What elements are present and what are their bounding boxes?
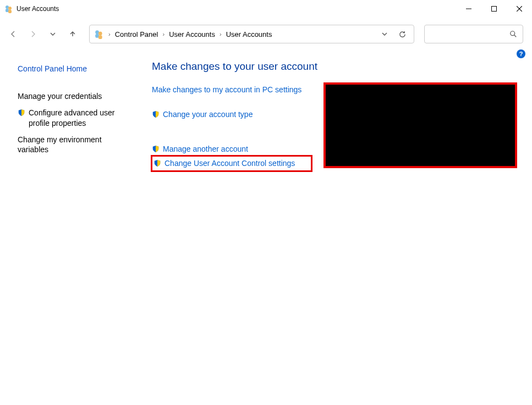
- sidebar-home-label: Control Panel Home: [18, 64, 87, 74]
- page-heading: Make changes to your user account: [152, 60, 519, 73]
- svg-rect-3: [8, 10, 12, 13]
- sidebar-item-env-variables[interactable]: Change my environment variables: [18, 131, 135, 158]
- main-panel: Make changes to your user account Make c…: [140, 58, 524, 170]
- action-change-account-type[interactable]: Change your account type: [152, 107, 311, 122]
- chevron-right-icon: ›: [107, 31, 112, 37]
- window-title: User Accounts: [17, 5, 456, 13]
- minimize-button[interactable]: [456, 0, 481, 18]
- sidebar-item-advanced-profile[interactable]: Configure advanced user profile properti…: [18, 104, 135, 131]
- nav-back-button[interactable]: [6, 26, 21, 42]
- user-accounts-icon: [94, 29, 104, 39]
- sidebar-item-label: Change my environment variables: [18, 135, 117, 154]
- action-label: Make changes to my account in PC setting…: [152, 85, 301, 95]
- breadcrumb-bar[interactable]: › Control Panel › User Accounts › User A…: [89, 25, 414, 43]
- control-panel-home-link[interactable]: Control Panel Home: [18, 60, 135, 77]
- breadcrumb-segment[interactable]: Control Panel: [115, 30, 158, 38]
- sidebar: Control Panel Home Manage your credentia…: [8, 58, 140, 170]
- svg-rect-11: [98, 35, 102, 39]
- action-change-uac-settings[interactable]: Change User Account Control settings: [151, 155, 312, 172]
- nav-forward-button[interactable]: [25, 26, 41, 42]
- shield-icon: [18, 109, 25, 116]
- action-pc-settings[interactable]: Make changes to my account in PC setting…: [152, 82, 311, 97]
- breadcrumb-segment[interactable]: User Accounts: [169, 30, 215, 38]
- breadcrumb-segment[interactable]: User Accounts: [226, 30, 272, 38]
- toolbar: › Control Panel › User Accounts › User A…: [0, 22, 532, 46]
- sidebar-item-label: Manage your credentials: [18, 91, 102, 101]
- shield-icon: [152, 110, 160, 118]
- user-accounts-icon: [4, 4, 13, 13]
- breadcrumb-dropdown-button[interactable]: [377, 27, 392, 41]
- search-input[interactable]: [424, 25, 523, 43]
- nav-recent-button[interactable]: [45, 26, 61, 42]
- help-icon[interactable]: ?: [517, 49, 525, 58]
- refresh-button[interactable]: [395, 27, 409, 41]
- svg-line-13: [514, 35, 517, 37]
- main-row: Make changes to my account in PC setting…: [152, 82, 519, 170]
- help-row: ?: [0, 46, 532, 58]
- chevron-right-icon: ›: [161, 31, 166, 37]
- shield-icon: [153, 159, 161, 167]
- search-icon: [509, 30, 517, 38]
- content: Control Panel Home Manage your credentia…: [0, 58, 532, 170]
- svg-rect-5: [492, 7, 497, 12]
- action-column: Make changes to my account in PC setting…: [152, 82, 311, 170]
- sidebar-item-manage-credentials[interactable]: Manage your credentials: [18, 88, 135, 104]
- action-label: Change your account type: [163, 109, 253, 120]
- svg-point-12: [511, 31, 515, 36]
- svg-point-1: [8, 7, 12, 10]
- titlebar: User Accounts: [0, 0, 532, 18]
- sidebar-item-label: Configure advanced user profile properti…: [29, 108, 128, 127]
- nav-up-button[interactable]: [65, 26, 80, 42]
- account-preview-box: [323, 82, 517, 168]
- window-controls: [456, 0, 532, 18]
- chevron-right-icon: ›: [218, 31, 223, 37]
- maximize-button[interactable]: [481, 0, 507, 18]
- shield-icon: [152, 145, 160, 153]
- svg-point-9: [98, 32, 102, 36]
- action-label: Change User Account Control settings: [164, 158, 295, 169]
- action-manage-another-account[interactable]: Manage another account: [152, 142, 311, 157]
- close-button[interactable]: [507, 0, 532, 18]
- action-label: Manage another account: [163, 144, 248, 154]
